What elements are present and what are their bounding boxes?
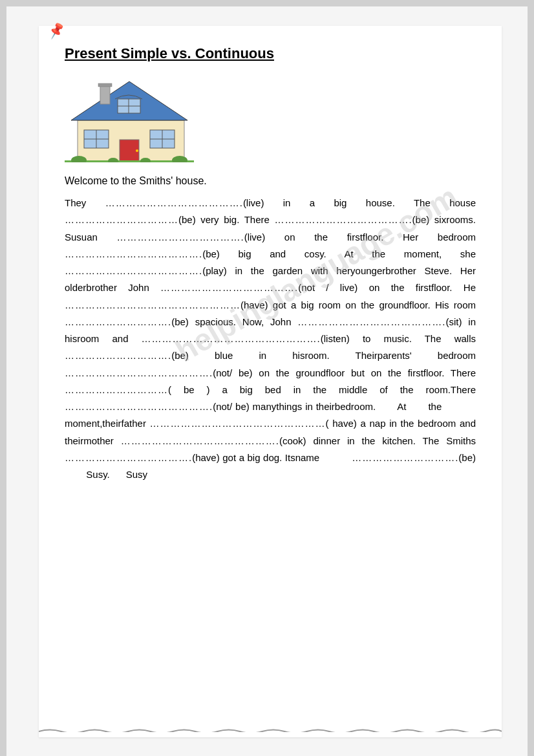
blank-10: ……………………………………. <box>297 316 445 327</box>
hint-9: (be) <box>171 316 189 327</box>
hint-3: (be) <box>412 214 430 225</box>
hint-4: (live) <box>244 232 266 243</box>
blank-14: ………………………… <box>65 384 168 395</box>
blank-9: …………………………. <box>65 316 171 327</box>
hint-6: (play) <box>202 265 227 276</box>
pushpin-icon: 📌 <box>47 21 66 40</box>
blank-12: …………………………. <box>65 350 171 361</box>
hint-8: (have) <box>240 299 268 310</box>
blank-2: …………………………… <box>65 214 178 225</box>
page-title: Present Simple vs. Continuous <box>65 45 476 62</box>
paper: 📌 Present Simple vs. Continuous <box>39 26 502 737</box>
hint-7: (not / live) <box>298 282 358 293</box>
exercise-paragraph: They ………………………………….(live) in a big house… <box>65 195 476 483</box>
hint-5: (be) <box>202 248 220 259</box>
blank-13: ……………………………………. <box>65 367 213 378</box>
hint-10: (sit) <box>446 316 462 327</box>
blank-17: ………………………………………. <box>121 435 279 446</box>
hint-19: (be) <box>458 452 476 463</box>
hint-17: (cook) <box>279 435 306 446</box>
blank-19: …………………………. <box>352 452 458 463</box>
hint-16: ( have) <box>326 418 357 429</box>
blank-18: ………………………………. <box>65 452 192 463</box>
svg-rect-2 <box>100 85 110 104</box>
hint-15: (not/ be) <box>213 401 250 412</box>
hint-12: (be) <box>171 350 189 361</box>
blank-6: …………………………………. <box>65 265 202 276</box>
hint-2: (be) <box>178 214 196 225</box>
wavy-border <box>39 726 502 732</box>
house-illustration <box>65 72 194 162</box>
hint-1: (live) <box>243 197 264 208</box>
blank-16: …………………………………………… <box>150 418 326 429</box>
blank-3: …………………………………. <box>274 214 412 225</box>
blank-4: ………………………………. <box>117 232 244 243</box>
svg-point-8 <box>136 149 138 152</box>
hint-11: (listen) <box>321 333 350 344</box>
svg-rect-3 <box>98 83 112 87</box>
blank-11: ……………………………………………. <box>142 333 321 344</box>
welcome-text: Welcome to the Smiths' house. <box>65 175 476 187</box>
blank-1: …………………………………. <box>105 197 243 208</box>
hint-18: (have) <box>192 452 220 463</box>
blank-5: …………………………………. <box>65 248 202 259</box>
blank-7: …………………………………. <box>160 282 298 293</box>
hint-14: ( be ) <box>168 384 210 395</box>
blank-8: …………………………………………… <box>65 299 240 310</box>
blank-15: ……………………………………. <box>65 401 213 412</box>
hint-13: (not/ be) <box>213 367 252 378</box>
page-container: 📌 Present Simple vs. Continuous <box>6 6 528 756</box>
